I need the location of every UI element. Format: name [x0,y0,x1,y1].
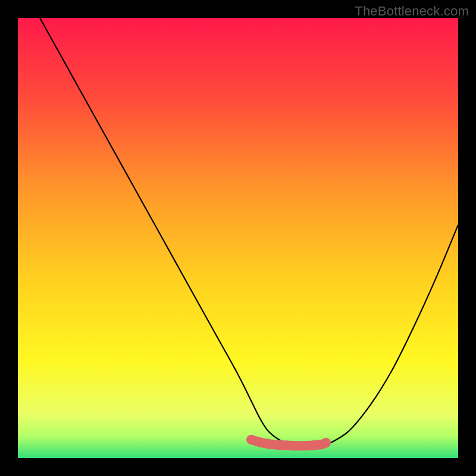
optimal-range-band [246,435,331,450]
optimal-band-dot [255,437,265,447]
optimal-band-dot [264,439,274,449]
optimal-band-dot [290,441,300,450]
optimal-band-dot [299,441,309,450]
optimal-band-dot [308,441,318,450]
end-dot-icon [322,439,330,446]
optimal-band-dot [246,435,256,444]
plot-area [18,18,458,458]
watermark-text: TheBottleneck.com [355,4,469,19]
bottleneck-curve [40,18,458,447]
optimal-band-dot [273,440,283,450]
curve-layer [18,18,458,458]
chart-frame: TheBottleneck.com [0,0,476,476]
optimal-band-dot [281,441,291,450]
